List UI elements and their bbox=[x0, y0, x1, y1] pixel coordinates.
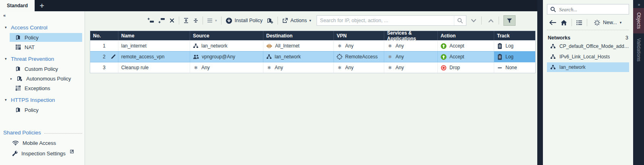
rule-source-cell[interactable]: lan_network bbox=[190, 41, 263, 51]
rule-name-cell[interactable]: lan_internet bbox=[118, 41, 190, 51]
column-header-action[interactable]: Action bbox=[438, 31, 494, 40]
network-list-item[interactable]: IPv6_Link_Local_Hosts bbox=[547, 52, 629, 62]
expand-sections-button[interactable] bbox=[181, 15, 191, 26]
column-header-no[interactable]: No. bbox=[90, 31, 118, 40]
back-arrow-icon[interactable] bbox=[549, 20, 556, 25]
policy-targets-button[interactable] bbox=[265, 15, 275, 26]
rule-name-cell[interactable]: Cleanup rule bbox=[118, 62, 190, 73]
rule-name-cell[interactable]: remote_access_vpn bbox=[118, 52, 190, 62]
rule-vpn-cell[interactable]: RemoteAccess bbox=[334, 52, 384, 62]
delete-rule-button[interactable] bbox=[167, 15, 177, 26]
chevron-down-icon: ▾ bbox=[309, 19, 311, 23]
exceptions-grid-icon bbox=[15, 85, 21, 91]
collapse-sections-button[interactable] bbox=[191, 15, 201, 26]
cell-label: Any bbox=[345, 65, 354, 70]
table-row-rule-2[interactable]: 2 remote_access_vpn vpngroup@Any lan_net… bbox=[90, 51, 535, 62]
sidebar-item-exceptions[interactable]: Exceptions bbox=[10, 84, 82, 93]
rule-destination-cell[interactable]: lan_network bbox=[263, 52, 334, 62]
rule-number-cell[interactable]: 3 bbox=[90, 62, 118, 73]
external-link-icon bbox=[70, 150, 74, 153]
rule-track-cell[interactable]: Log bbox=[494, 41, 535, 51]
sidebar-item-inspection-settings[interactable]: Inspection Settings bbox=[10, 149, 82, 158]
rule-number-cell[interactable]: 2 bbox=[90, 52, 118, 62]
rule-number-cell[interactable]: 1 bbox=[90, 41, 118, 51]
rule-source-cell[interactable]: vpngroup@Any bbox=[190, 52, 263, 62]
network-item-label: CP_default_Office_Mode_address... bbox=[559, 43, 629, 49]
install-policy-button[interactable]: Install Policy bbox=[224, 15, 265, 26]
filter-button[interactable] bbox=[503, 15, 516, 26]
cell-label: lan_network bbox=[201, 43, 228, 49]
rule-services-cell[interactable]: ✱ Any bbox=[384, 41, 438, 51]
internet-icon bbox=[266, 43, 272, 49]
cell-label: Drop bbox=[449, 65, 460, 70]
sidebar-item-custom-policy[interactable]: Custom Policy bbox=[10, 64, 82, 73]
sidebar-section-threat-prevention[interactable]: ▾ Threat Prevention bbox=[0, 54, 85, 64]
rule-vpn-cell[interactable]: ✱ Any bbox=[334, 41, 384, 51]
any-icon: ✱ bbox=[337, 65, 342, 70]
rule-destination-cell[interactable]: All_Internet bbox=[263, 41, 334, 51]
drop-icon bbox=[441, 65, 447, 71]
network-list-item[interactable]: CP_default_Office_Mode_address... bbox=[547, 41, 629, 51]
panel-collapse-icon[interactable]: » bbox=[638, 2, 639, 7]
rule-services-cell[interactable]: ✱ Any bbox=[384, 52, 438, 62]
tab-validations[interactable]: Validations bbox=[636, 37, 642, 62]
sidebar-section-https-inspection[interactable]: ▾ HTTPS Inspection bbox=[0, 95, 85, 105]
wifi-icon bbox=[12, 140, 19, 146]
column-header-destination[interactable]: Destination bbox=[263, 31, 334, 40]
sidebar-item-autonomous-policy[interactable]: ▸ Autonomous Policy bbox=[10, 74, 82, 83]
rulebase-search bbox=[317, 15, 466, 26]
policy-tab-standard[interactable]: Standard bbox=[0, 0, 35, 11]
table-row-rule-3[interactable]: 3 Cleanup rule ✱ Any ✱ Any ✱ Any bbox=[90, 62, 535, 73]
column-header-services[interactable]: Services & Applications bbox=[384, 31, 438, 40]
objects-panel: New... ▾ Networks 3 CP_default_Office_Mo… bbox=[543, 0, 633, 165]
nat-grid-icon bbox=[15, 44, 21, 50]
rule-action-cell[interactable]: Accept bbox=[438, 41, 494, 51]
tab-objects[interactable]: Objects bbox=[633, 8, 644, 33]
rule-destination-cell[interactable]: ✱ Any bbox=[263, 62, 334, 73]
actions-label: Actions bbox=[290, 18, 307, 23]
rule-name: lan_internet bbox=[121, 43, 147, 49]
rule-action-cell[interactable]: Accept bbox=[438, 52, 494, 62]
rule-track-cell[interactable]: Log bbox=[494, 52, 535, 62]
sidebar-collapse-icon[interactable]: « bbox=[0, 13, 85, 20]
column-header-track[interactable]: Track bbox=[494, 31, 535, 40]
row-display-button[interactable]: ▾ bbox=[205, 15, 219, 26]
toolbar-separator bbox=[221, 16, 222, 25]
column-header-vpn[interactable]: VPN bbox=[334, 31, 384, 40]
search-icon[interactable] bbox=[454, 16, 466, 25]
user-group-icon bbox=[193, 54, 199, 60]
cell-label: RemoteAccess bbox=[345, 54, 378, 60]
rulebase-search-input[interactable] bbox=[317, 18, 454, 23]
new-tab-button[interactable]: + bbox=[35, 0, 49, 11]
rule-track-cell[interactable]: None bbox=[494, 62, 535, 73]
new-object-button[interactable]: New... ▾ bbox=[594, 20, 621, 26]
network-list-item-selected[interactable]: lan_network bbox=[547, 62, 629, 72]
add-rule-below-button[interactable] bbox=[156, 15, 167, 26]
sidebar-section-access-control[interactable]: ▾ Access Control bbox=[0, 23, 85, 32]
home-icon[interactable] bbox=[561, 20, 567, 26]
objects-search-input[interactable] bbox=[559, 6, 626, 12]
find-next-button[interactable] bbox=[468, 15, 479, 26]
sidebar-item-nat[interactable]: NAT bbox=[10, 43, 82, 52]
dotted-divider bbox=[44, 133, 82, 134]
sidebar-item-policy[interactable]: Policy bbox=[10, 33, 82, 42]
list-view-icon[interactable] bbox=[576, 20, 582, 25]
table-row-rule-1[interactable]: 1 lan_internet lan_network All_Internet … bbox=[90, 40, 535, 51]
rule-services-cell[interactable]: ✱ Any bbox=[384, 62, 438, 73]
sidebar-item-mobile-access[interactable]: Mobile Access bbox=[10, 138, 82, 147]
rule-vpn-cell[interactable]: ✱ Any bbox=[334, 62, 384, 73]
sidebar-section-shared-policies[interactable]: Shared Policies bbox=[0, 128, 85, 137]
rule-action-cell[interactable]: Drop bbox=[438, 62, 494, 73]
panel-divider[interactable] bbox=[537, 0, 543, 165]
column-header-name[interactable]: Name bbox=[118, 31, 190, 40]
objects-toolbar: New... ▾ bbox=[547, 16, 629, 29]
any-icon: ✱ bbox=[337, 43, 342, 49]
add-rule-above-button[interactable] bbox=[145, 15, 156, 26]
cell-label: Log bbox=[505, 54, 514, 60]
rule-source-cell[interactable]: ✱ Any bbox=[190, 62, 263, 73]
column-header-source[interactable]: Source bbox=[190, 31, 263, 40]
find-previous-button[interactable] bbox=[485, 15, 497, 26]
policy-book-icon bbox=[15, 35, 21, 40]
actions-button[interactable]: Actions ▾ bbox=[280, 15, 313, 26]
sidebar-item-https-policy[interactable]: Policy bbox=[10, 105, 82, 114]
